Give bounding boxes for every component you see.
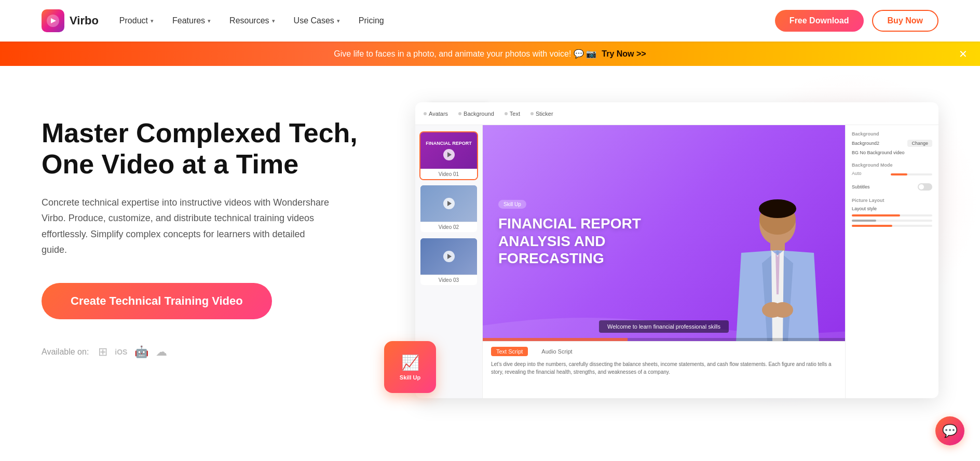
video-thumb-02[interactable]: Video 02 <box>419 184 478 233</box>
layout-slider-3[interactable] <box>852 225 932 227</box>
change-background-button[interactable]: Change <box>907 140 932 147</box>
editor-topbar: Avatars Background Text Sticker <box>415 102 938 125</box>
use-cases-chevron-icon: ▾ <box>337 18 340 24</box>
subtitles-toggle[interactable] <box>918 183 932 191</box>
background-section: Background Background2 Change BG No Back… <box>852 131 932 155</box>
video-01-label: Video 01 <box>420 169 477 179</box>
canvas-area: Skill Up FINANCIAL REPORT ANALYSIS AND F… <box>483 125 845 398</box>
play-icon <box>443 251 455 262</box>
android-icon: 🤖 <box>134 345 148 359</box>
layout-slider-1[interactable] <box>852 214 932 216</box>
nav-links: Product ▾ Features ▾ Resources ▾ Use Cas… <box>119 16 775 25</box>
bg-mode-slider[interactable] <box>891 173 932 175</box>
picture-layout-section: Picture Layout Layout style <box>852 198 932 227</box>
resources-chevron-icon: ▾ <box>272 18 275 24</box>
layout-slider-2[interactable] <box>852 220 932 222</box>
hero-title: Master Complexed Tech, One Video at a Ti… <box>42 118 363 180</box>
topbar-text[interactable]: Text <box>505 111 520 117</box>
subtitles-section: Subtitles <box>852 183 932 191</box>
cloud-icon: ☁ <box>156 345 167 359</box>
nav-actions: Free Download Buy Now <box>775 10 938 32</box>
tab-audio-script[interactable]: Audio Script <box>536 347 577 356</box>
nav-logo[interactable]: Virbo <box>42 9 99 32</box>
video-thumb-03[interactable]: Video 03 <box>419 237 478 286</box>
platform-icons: ⊞ iOS 🤖 ☁ <box>98 345 167 359</box>
play-icon <box>443 149 455 160</box>
product-chevron-icon: ▾ <box>151 18 154 24</box>
try-now-link[interactable]: Try Now >> <box>602 49 646 59</box>
editor-window: Avatars Background Text Sticker <box>415 102 938 398</box>
script-text: Let's dive deep into the numbers, carefu… <box>491 360 837 376</box>
hero-left: Master Complexed Tech, One Video at a Ti… <box>42 97 363 359</box>
video-thumb-01[interactable]: FINANCIAL REPORT Video 01 <box>419 131 478 180</box>
script-tabs: Text Script Audio Script <box>491 347 837 356</box>
chat-widget[interactable]: 💬 <box>935 416 964 445</box>
buy-now-button[interactable]: Buy Now <box>872 10 938 32</box>
timeline-bar <box>483 338 845 341</box>
person-avatar <box>731 196 824 341</box>
bg-mode-section: Background Mode Auto <box>852 162 932 176</box>
bg-mode-label: Background Mode <box>852 162 932 168</box>
layout-style-row: Layout style <box>852 206 932 211</box>
background-label: Background <box>852 131 932 137</box>
picture-layout-label: Picture Layout <box>852 198 932 203</box>
video-03-label: Video 03 <box>420 275 477 285</box>
hero-description: Concrete technical expertise into instru… <box>42 195 332 258</box>
video-thumb-img-01: FINANCIAL REPORT <box>420 132 477 169</box>
create-video-button[interactable]: Create Technical Training Video <box>42 283 272 319</box>
navbar: Virbo Product ▾ Features ▾ Resources ▾ U… <box>0 0 980 42</box>
subtitles-row: Subtitles <box>852 183 932 191</box>
nav-pricing[interactable]: Pricing <box>359 16 384 25</box>
dot-icon <box>424 112 427 115</box>
svg-point-3 <box>759 199 796 218</box>
topbar-background[interactable]: Background <box>458 111 494 117</box>
logo-icon <box>42 9 64 32</box>
canvas-text-overlay: Skill Up FINANCIAL REPORT ANALYSIS AND F… <box>498 199 644 267</box>
available-on: Available on: ⊞ iOS 🤖 ☁ <box>42 345 363 359</box>
canvas-badge: Skill Up <box>498 200 526 209</box>
promo-banner: Give life to faces in a photo, and anima… <box>0 42 980 66</box>
editor-main: FINANCIAL REPORT Video 01 <box>415 125 938 398</box>
free-download-button[interactable]: Free Download <box>775 10 864 32</box>
features-chevron-icon: ▾ <box>208 18 211 24</box>
dot-icon <box>458 112 461 115</box>
windows-icon: ⊞ <box>98 345 107 359</box>
available-label: Available on: <box>42 347 89 357</box>
promo-text: Give life to faces in a photo, and anima… <box>334 49 596 59</box>
dot-icon <box>505 112 508 115</box>
video-canvas: Skill Up FINANCIAL REPORT ANALYSIS AND F… <box>483 125 845 341</box>
nav-use-cases[interactable]: Use Cases ▾ <box>294 16 340 25</box>
tab-text-script[interactable]: Text Script <box>491 347 528 356</box>
skill-up-card[interactable]: 📈 Skill Up <box>384 341 436 393</box>
skill-up-label: Skill Up <box>400 374 420 381</box>
dot-icon <box>530 112 534 115</box>
script-area: Text Script Audio Script Let's dive deep… <box>483 341 845 398</box>
play-icon <box>443 198 455 209</box>
bg-mode-row: Auto <box>852 171 932 176</box>
svg-point-6 <box>772 302 793 318</box>
video-02-label: Video 02 <box>420 222 477 232</box>
right-panel: Background Background2 Change BG No Back… <box>845 125 938 398</box>
nav-product[interactable]: Product ▾ <box>119 16 154 25</box>
background-key: Background2 <box>852 141 879 146</box>
hero-section: Master Complexed Tech, One Video at a Ti… <box>0 66 980 440</box>
video-thumb-img-03 <box>420 238 477 275</box>
canvas-subtitle: Welcome to learn financial professional … <box>599 320 729 333</box>
skill-up-icon: 📈 <box>401 354 419 371</box>
hero-right: ✓ Ethical use of AI Avatars Background T… <box>384 97 938 409</box>
canvas-title: FINANCIAL REPORT ANALYSIS AND FORECASTIN… <box>498 215 644 267</box>
close-banner-button[interactable]: ✕ <box>959 48 968 60</box>
timeline-progress <box>483 338 628 341</box>
topbar-sticker[interactable]: Sticker <box>530 111 553 117</box>
background-row: Background2 Change <box>852 140 932 147</box>
subtitles-key: Subtitles <box>852 184 870 189</box>
nav-features[interactable]: Features ▾ <box>172 16 211 25</box>
ios-icon: iOS <box>115 348 127 356</box>
logo-text: Virbo <box>70 14 99 28</box>
bg-color-row: BG No Background video <box>852 150 932 155</box>
nav-resources[interactable]: Resources ▾ <box>229 16 275 25</box>
video-thumb-img-02 <box>420 185 477 222</box>
topbar-avatars[interactable]: Avatars <box>424 111 448 117</box>
chat-icon: 💬 <box>942 424 958 438</box>
